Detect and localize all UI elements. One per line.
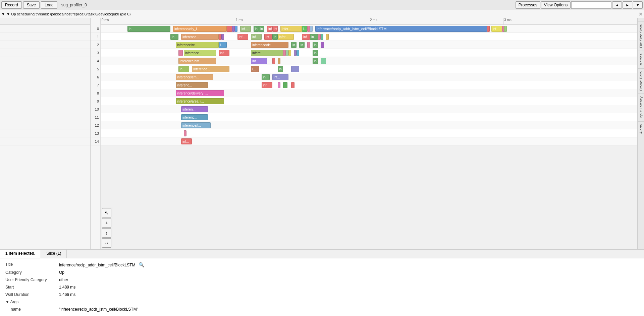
block-row14-inf[interactable]: inf...	[181, 138, 192, 144]
block-row0-7[interactable]: in	[254, 26, 259, 32]
block-row3-sm5[interactable]	[297, 50, 299, 56]
block-row4-in[interactable]: in	[313, 58, 318, 64]
block-row2-re[interactable]: inference/re...	[176, 42, 219, 48]
track-row-5[interactable]: in... Inference... i... in	[101, 65, 637, 73]
zoom-out-tool-button[interactable]: ↕	[102, 228, 111, 238]
block-row0-8[interactable]: in	[259, 26, 264, 32]
search-icon[interactable]: 🔍	[139, 262, 144, 267]
block-row1-sm4[interactable]	[321, 34, 323, 40]
pointer-tool-button[interactable]: ↖	[102, 208, 111, 217]
track-row-11[interactable]: inferenc...	[101, 113, 637, 121]
block-row7-sm2[interactable]	[283, 82, 287, 88]
block-row2-in3[interactable]: in	[313, 42, 318, 48]
block-row0-6[interactable]: inf...	[240, 26, 251, 32]
block-row1-inf2[interactable]: inf...	[237, 34, 248, 40]
track-row-14[interactable]: inf...	[101, 137, 637, 145]
block-row12-inferencef[interactable]: inference/f...	[181, 122, 211, 128]
close-thread-button[interactable]: ✕	[639, 11, 643, 17]
nav-prev-button[interactable]: ◄	[612, 1, 622, 9]
block-row3-sm2[interactable]	[286, 50, 288, 56]
block-row1-inference[interactable]: inference...	[181, 34, 219, 40]
block-row2-sm2[interactable]	[321, 42, 324, 48]
track-row-2[interactable]: inference/re... l... inference/de... in …	[101, 41, 637, 49]
block-row1-sm3[interactable]	[318, 34, 321, 40]
block-row3-sm1[interactable]	[283, 50, 286, 56]
block-row9-area[interactable]: inference/area_i...	[176, 98, 224, 104]
track-row-7[interactable]: inferenc... inf	[101, 81, 637, 89]
view-options-button[interactable]: View Options	[541, 1, 571, 9]
fit-tool-button[interactable]: ↔	[102, 238, 111, 248]
block-row0-big[interactable]: inference/recip_addr_lstm_cell/BlockLSTM	[315, 26, 487, 32]
block-row4-sm2[interactable]	[278, 58, 280, 64]
block-row3-in[interactable]: in	[313, 50, 318, 56]
block-row0-inf2[interactable]: inf	[491, 26, 502, 32]
block-row3-sm3[interactable]	[288, 50, 291, 56]
block-row0-sm5[interactable]	[504, 26, 507, 32]
block-row0-2[interactable]: inference/city_l...	[173, 26, 227, 32]
track-row-3[interactable]: inference... inf infere... in	[101, 49, 637, 57]
block-row7-sm1[interactable]	[278, 82, 280, 88]
collapse-button[interactable]: ▼	[1, 12, 5, 16]
right-tab-alerts[interactable]: Alerts	[638, 121, 644, 136]
block-row1-inf5[interactable]: inf	[302, 34, 310, 40]
zoom-in-tool-button[interactable]: +	[102, 218, 111, 228]
save-button[interactable]: Save	[23, 1, 40, 9]
track-row-8[interactable]: inference/delivery_...	[101, 89, 637, 97]
block-row4-inf[interactable]: inf...	[251, 58, 267, 64]
block-row1-inf3[interactable]: inf...	[251, 34, 262, 40]
right-tab-frame-data[interactable]: Frame Data	[638, 68, 644, 93]
block-row0-infer[interactable]: infer...	[280, 26, 302, 32]
block-row1-infer2[interactable]: infer...	[278, 34, 294, 40]
track-row-4[interactable]: inference/em... inf... in	[101, 57, 637, 65]
nav-next-button[interactable]: ►	[623, 1, 632, 9]
block-row1-in[interactable]: in	[170, 34, 178, 40]
bottom-tab-selected[interactable]: 1 item selected.	[0, 250, 41, 258]
block-row0-sm1[interactable]	[307, 26, 310, 32]
right-tab-input-latency[interactable]: Input Latency	[638, 93, 644, 121]
block-row10-inferen[interactable]: inferen...	[181, 106, 208, 112]
block-row5-i[interactable]: i...	[251, 66, 259, 72]
block-row5-sm[interactable]	[291, 66, 299, 72]
block-row1-sm2[interactable]	[221, 34, 224, 40]
block-row2-in[interactable]: in	[291, 42, 297, 48]
block-row3-sm[interactable]	[178, 50, 183, 56]
block-row0-5[interactable]	[235, 26, 237, 32]
block-row6-in[interactable]: in...	[262, 74, 270, 80]
track-row-13[interactable]	[101, 129, 637, 137]
block-row1-in3[interactable]: in	[310, 34, 318, 40]
block-row0-sm3[interactable]	[487, 26, 490, 32]
bottom-tab-slice[interactable]: Slice (1)	[41, 250, 67, 258]
right-tab-file-size-stats[interactable]: File Size Stats	[638, 21, 644, 51]
block-row1-sm5[interactable]	[326, 34, 329, 40]
block-row6-em[interactable]: inference/em...	[176, 74, 213, 80]
block-row6-inf[interactable]: inf...	[272, 74, 288, 80]
block-row11-inferenc[interactable]: inferenc...	[181, 114, 208, 120]
block-row0-10[interactable]: inf	[272, 26, 278, 32]
track-row-6[interactable]: inference/em... in... inf...	[101, 73, 637, 81]
block-row5-in2[interactable]: in	[278, 66, 283, 72]
block-row8-delivery[interactable]: inference/delivery_...	[176, 90, 224, 96]
block-row13-sm[interactable]	[184, 130, 186, 136]
track-row-9[interactable]: inference/area_i...	[101, 97, 637, 105]
block-row4-sm3[interactable]	[321, 58, 326, 64]
block-row0-sm2[interactable]	[310, 26, 313, 32]
block-row4-sm1[interactable]	[272, 58, 275, 64]
record-button[interactable]: Record	[1, 1, 22, 9]
block-row0-1[interactable]: in	[127, 26, 170, 32]
block-row2-l[interactable]: l...	[219, 42, 227, 48]
block-row2-in2[interactable]: in	[299, 42, 305, 48]
right-tab-metrics[interactable]: Metrics	[638, 51, 644, 68]
block-row4-em[interactable]: inference/em...	[178, 58, 216, 64]
block-row3-inf[interactable]: inf	[219, 50, 229, 56]
nav-more-button[interactable]: ▼	[633, 1, 643, 9]
block-row3-infer2[interactable]: infere...	[251, 50, 283, 56]
block-row3-sm4[interactable]	[294, 50, 297, 56]
track-row-1[interactable]: in inference... inf... inf... inf in inf…	[101, 33, 637, 41]
block-row0-4[interactable]	[232, 26, 235, 32]
search-input[interactable]	[571, 1, 611, 9]
block-row2-de[interactable]: inference/de...	[251, 42, 288, 48]
block-row3-inference[interactable]: inference...	[184, 50, 216, 56]
load-button[interactable]: Load	[41, 1, 57, 9]
track-row-10[interactable]: inferen...	[101, 105, 637, 113]
block-row7-inferencec[interactable]: inferenc...	[176, 82, 208, 88]
